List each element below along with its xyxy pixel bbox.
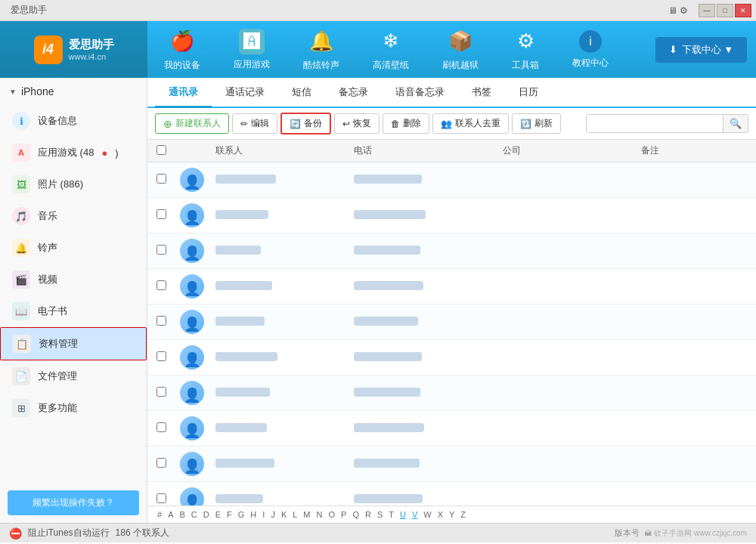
- sidebar-item-apps[interactable]: A 应用游戏 (48●): [0, 137, 147, 168]
- alpha-k[interactable]: K: [279, 509, 289, 520]
- alpha-o[interactable]: O: [326, 509, 337, 520]
- alpha-q[interactable]: Q: [350, 509, 361, 520]
- alpha-b[interactable]: B: [177, 509, 187, 520]
- nav-toolbox[interactable]: ⚙ 工具箱: [495, 21, 556, 78]
- avatar-icon: 👤: [184, 353, 200, 366]
- table-row[interactable]: 👤: [147, 304, 756, 340]
- row-checkbox[interactable]: [156, 422, 166, 432]
- table-row[interactable]: 👤: [147, 411, 756, 447]
- refresh-button[interactable]: 🔃 刷新: [512, 113, 561, 134]
- row-checkbox[interactable]: [156, 458, 166, 468]
- troubleshoot-button[interactable]: 频繁出现操作失败？: [8, 490, 139, 515]
- music-icon: 🎵: [12, 207, 30, 225]
- row-checkbox[interactable]: [156, 209, 166, 219]
- sidebar-item-ringtone[interactable]: 🔔 铃声: [0, 232, 147, 264]
- nav-jailbreak[interactable]: 📦 刷机越狱: [426, 21, 495, 78]
- col-name-header: 联系人: [209, 144, 354, 157]
- tab-notes[interactable]: 备忘录: [325, 78, 382, 108]
- alpha-g[interactable]: G: [236, 509, 247, 520]
- alpha-n[interactable]: N: [314, 509, 325, 520]
- download-btn[interactable]: ⬇ 下载中心 ▼: [655, 37, 747, 63]
- alpha-r[interactable]: R: [363, 509, 373, 520]
- alpha-p[interactable]: P: [339, 509, 349, 520]
- alpha-hash[interactable]: #: [155, 509, 164, 520]
- search-box[interactable]: 🔍: [586, 114, 748, 133]
- row-checkbox[interactable]: [156, 316, 166, 326]
- backup-button[interactable]: 🔄 备份: [280, 113, 331, 134]
- watermark: 🏔 砍子手游网 www.czjxjc.com: [644, 528, 747, 539]
- row-checkbox[interactable]: [156, 174, 166, 184]
- alpha-x[interactable]: X: [435, 509, 445, 520]
- nav-ringtone[interactable]: 🔔 酷炫铃声: [287, 21, 356, 78]
- tab-sms[interactable]: 短信: [278, 78, 325, 108]
- sidebar-device-name[interactable]: iPhone: [0, 78, 147, 105]
- tab-calendar[interactable]: 日历: [505, 78, 552, 108]
- table-row[interactable]: 👤: [147, 198, 756, 233]
- alpha-v[interactable]: V: [410, 509, 420, 520]
- row-checkbox[interactable]: [156, 387, 166, 397]
- nav-tutorial[interactable]: i 教程中心: [556, 21, 625, 78]
- edit-button[interactable]: ✏ 编辑: [232, 113, 277, 134]
- stop-itunes-icon: ⛔: [9, 527, 22, 539]
- tab-contacts[interactable]: 通讯录: [155, 78, 212, 108]
- tab-call-log[interactable]: 通话记录: [212, 78, 278, 108]
- alpha-i[interactable]: I: [260, 509, 267, 520]
- alpha-j[interactable]: J: [268, 509, 277, 520]
- avatar-icon: 👤: [184, 495, 200, 505]
- table-row[interactable]: 👤: [147, 482, 756, 505]
- sidebar-item-more[interactable]: ⊞ 更多功能: [0, 392, 147, 424]
- table-row[interactable]: 👤: [147, 269, 756, 304]
- alpha-t[interactable]: T: [386, 509, 396, 520]
- delete-icon: 🗑: [391, 119, 400, 129]
- alpha-d[interactable]: D: [201, 509, 212, 520]
- nav-app-game[interactable]: 🅰 应用游戏: [217, 21, 287, 78]
- col-check-header: [147, 145, 175, 157]
- sidebar-item-data-mgmt[interactable]: 📋 资料管理: [0, 327, 147, 360]
- sidebar-item-file-mgmt[interactable]: 📄 文件管理: [0, 360, 147, 392]
- table-row[interactable]: 👤: [147, 376, 756, 411]
- restore-button[interactable]: ↩ 恢复: [334, 113, 380, 134]
- row-checkbox[interactable]: [156, 280, 166, 290]
- alpha-f[interactable]: F: [225, 509, 234, 520]
- maximize-button[interactable]: □: [717, 4, 733, 17]
- toolbox-label: 工具箱: [512, 59, 539, 72]
- alpha-s[interactable]: S: [375, 509, 385, 520]
- minimize-button[interactable]: —: [699, 4, 715, 17]
- table-row[interactable]: 👤: [147, 447, 756, 482]
- video-icon: 🎬: [12, 270, 30, 289]
- table-row[interactable]: 👤: [147, 162, 756, 198]
- new-contact-button[interactable]: ⊕ 新建联系人: [155, 113, 229, 134]
- merge-button[interactable]: 👥 联系人去重: [432, 113, 509, 134]
- close-button[interactable]: ✕: [735, 4, 751, 17]
- sidebar-item-device-info[interactable]: ℹ 设备信息: [0, 105, 147, 137]
- alpha-a[interactable]: A: [166, 509, 175, 520]
- sidebar-item-music[interactable]: 🎵 音乐: [0, 200, 147, 232]
- search-icon[interactable]: 🔍: [723, 115, 748, 132]
- nav-my-device[interactable]: 🍎 我的设备: [147, 21, 217, 78]
- sidebar-item-video[interactable]: 🎬 视频: [0, 264, 147, 295]
- row-checkbox[interactable]: [156, 351, 166, 361]
- sidebar-item-ebook[interactable]: 📖 电子书: [0, 295, 147, 327]
- alpha-e[interactable]: E: [213, 509, 223, 520]
- sidebar-item-photos[interactable]: 🖼 照片 (886): [0, 168, 147, 200]
- row-checkbox[interactable]: [156, 245, 166, 255]
- alpha-m[interactable]: M: [301, 509, 312, 520]
- refresh-label: 刷新: [534, 117, 553, 130]
- select-all-checkbox[interactable]: [156, 145, 166, 155]
- alpha-y[interactable]: Y: [447, 509, 457, 520]
- tab-bookmarks[interactable]: 书签: [458, 78, 505, 108]
- alpha-z[interactable]: Z: [458, 509, 468, 520]
- delete-button[interactable]: 🗑 删除: [383, 113, 429, 134]
- row-checkbox[interactable]: [156, 493, 166, 503]
- table-row[interactable]: 👤: [147, 340, 756, 376]
- tab-voice-notes[interactable]: 语音备忘录: [382, 78, 458, 108]
- alpha-w[interactable]: W: [421, 509, 433, 520]
- search-input[interactable]: [587, 116, 723, 132]
- more-icon: ⊞: [12, 399, 30, 417]
- alpha-c[interactable]: C: [189, 509, 200, 520]
- alpha-u[interactable]: U: [398, 509, 408, 520]
- table-row[interactable]: 👤: [147, 233, 756, 269]
- alpha-l[interactable]: L: [290, 509, 299, 520]
- nav-wallpaper[interactable]: ❄ 高清壁纸: [356, 21, 426, 78]
- alpha-h[interactable]: H: [248, 509, 259, 520]
